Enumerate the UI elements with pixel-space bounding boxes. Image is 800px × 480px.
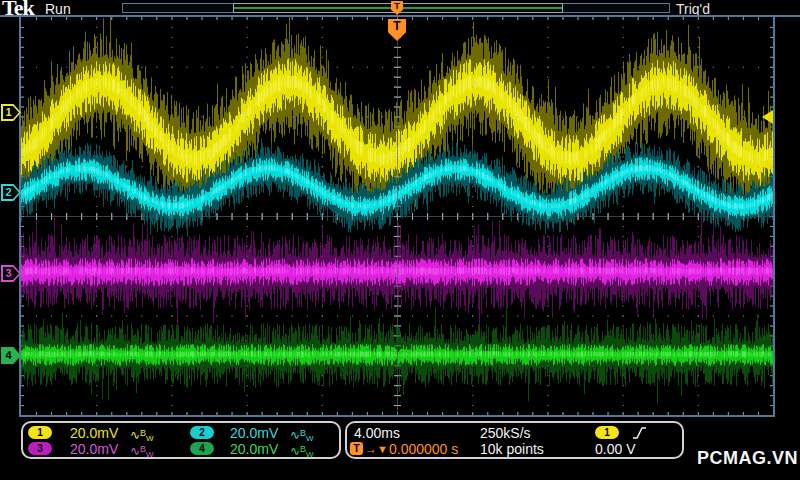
- waveform-canvas: [21, 17, 773, 415]
- channel-3-scale: 20.0mV: [70, 441, 118, 457]
- channel-1-marker: 1: [1, 104, 21, 121]
- trigger-slope-icon: [632, 425, 647, 441]
- channel-1-scale: 20.0mV: [70, 425, 118, 441]
- trigger-level-value: 0.00 V: [595, 441, 635, 457]
- channel-4-coupling-icon: ∿BW: [290, 441, 314, 463]
- timebase-trigger-box: 4.00ms 250kS/s 1 T → ▼ 0.000000 s 10k po…: [345, 421, 684, 459]
- channel-readout-box: 1 20.0mV ∿BW 2 20.0mV ∿BW 3 20.0mV ∿BW 4…: [21, 421, 341, 459]
- channel-4-marker-label: 4: [3, 348, 14, 363]
- channel-2-marker-label: 2: [3, 185, 14, 200]
- trigger-t-icon: T: [350, 442, 363, 455]
- channel-2-scale: 20.0mV: [230, 425, 278, 441]
- trigger-marker-icon: ▼: [377, 441, 388, 457]
- trigger-source-badge: 1: [595, 426, 619, 439]
- trigger-arrow-icon: →: [365, 441, 377, 457]
- trigger-row: T → ▼ 0.000000 s 10k points 0.00 V: [347, 441, 682, 457]
- timebase-value: 4.00ms: [354, 425, 400, 441]
- channel-4-scale: 20.0mV: [230, 441, 278, 457]
- channel-4-marker: 4: [1, 347, 21, 364]
- channel-2-badge: 2: [190, 426, 214, 439]
- channel-readout-row-2: 3 20.0mV ∿BW 4 20.0mV ∿BW: [23, 441, 339, 457]
- channel-1-badge: 1: [28, 426, 52, 439]
- timebase-row: 4.00ms 250kS/s 1: [347, 425, 682, 441]
- channel-3-coupling-icon: ∿BW: [130, 441, 154, 463]
- oscilloscope-screen: Tek Run T Trig'd T 1 2 3 4 1 20.0mV ∿BW …: [0, 0, 800, 480]
- channel-2-marker: 2: [1, 184, 21, 201]
- channel-4-badge: 4: [190, 442, 214, 455]
- channel-3-marker: 3: [1, 265, 21, 282]
- sample-rate-value: 250kS/s: [480, 425, 531, 441]
- channel-3-marker-label: 3: [3, 266, 14, 281]
- watermark: PCMAG.VN: [697, 448, 798, 469]
- channel-3-badge: 3: [28, 442, 52, 455]
- channel-readout-row-1: 1 20.0mV ∿BW 2 20.0mV ∿BW: [23, 425, 339, 441]
- channel-1-marker-label: 1: [3, 105, 14, 120]
- record-length-value: 10k points: [480, 441, 544, 457]
- trigger-position-value: 0.000000 s: [389, 441, 458, 457]
